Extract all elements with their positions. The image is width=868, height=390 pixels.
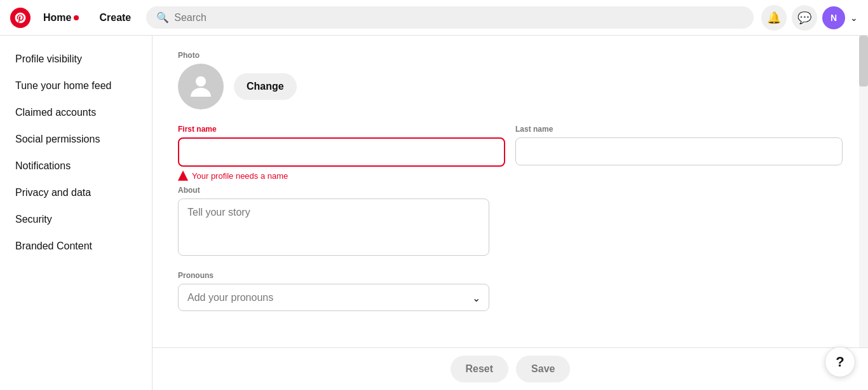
sidebar-item-notifications[interactable]: Notifications: [0, 153, 152, 179]
sidebar-item-security[interactable]: Security: [0, 206, 152, 233]
sidebar-item-privacy-and-data[interactable]: Privacy and data: [0, 179, 152, 206]
sidebar-item-claimed-accounts[interactable]: Claimed accounts: [0, 99, 152, 126]
nav-create[interactable]: Create: [92, 7, 139, 29]
scrollbar-thumb[interactable]: [859, 36, 868, 87]
error-triangle-icon: [178, 171, 188, 181]
first-name-input[interactable]: [178, 137, 505, 167]
photo-label: Photo: [178, 51, 843, 60]
reset-button[interactable]: Reset: [451, 356, 509, 382]
photo-row: Change: [178, 64, 843, 109]
main-layout: Profile visibility Tune your home feed C…: [0, 36, 868, 390]
user-avatar[interactable]: N: [822, 6, 845, 29]
bottom-action-bar: Reset Save: [153, 347, 868, 390]
home-label: Home: [43, 12, 71, 24]
top-navigation: Home Create 🔍 🔔 💬 N ⌄: [0, 0, 868, 36]
sidebar-item-profile-visibility[interactable]: Profile visibility: [0, 46, 152, 73]
nav-home[interactable]: Home: [38, 7, 84, 29]
about-section: About: [178, 186, 843, 258]
create-label: Create: [99, 12, 131, 23]
notifications-bell-icon[interactable]: 🔔: [761, 5, 787, 31]
help-button[interactable]: ?: [825, 347, 855, 377]
about-label: About: [178, 186, 843, 195]
change-photo-button[interactable]: Change: [234, 73, 297, 100]
nav-chevron-down-icon[interactable]: ⌄: [850, 13, 858, 23]
save-button[interactable]: Save: [516, 356, 570, 382]
sidebar: Profile visibility Tune your home feed C…: [0, 36, 153, 390]
about-textarea[interactable]: [178, 198, 489, 256]
search-bar[interactable]: 🔍: [146, 6, 754, 29]
profile-avatar: [178, 64, 224, 109]
home-notification-dot: [74, 15, 79, 20]
photo-section: Photo Change: [178, 51, 843, 109]
search-input[interactable]: [174, 12, 743, 24]
sidebar-item-branded-content[interactable]: Branded Content: [0, 233, 152, 260]
last-name-group: Last name: [515, 125, 843, 181]
messages-icon[interactable]: 💬: [792, 5, 817, 31]
search-icon: 🔍: [156, 11, 169, 24]
nav-icons: 🔔 💬 N ⌄: [761, 5, 858, 31]
last-name-label: Last name: [515, 125, 843, 134]
scrollbar-track[interactable]: [859, 36, 868, 390]
first-name-label: First name: [178, 125, 505, 134]
svg-point-0: [196, 76, 206, 87]
avatar-person-icon: [186, 71, 216, 102]
pinterest-logo[interactable]: [10, 8, 31, 28]
name-error-message: Your profile needs a name: [178, 171, 505, 181]
pronouns-section: Pronouns Add your pronouns he/him she/he…: [178, 271, 843, 311]
pronouns-select-wrap: Add your pronouns he/him she/her they/th…: [178, 284, 489, 311]
pronouns-label: Pronouns: [178, 271, 843, 280]
pronouns-select[interactable]: Add your pronouns he/him she/her they/th…: [178, 284, 489, 311]
last-name-input[interactable]: [515, 137, 843, 165]
sidebar-item-tune-home-feed[interactable]: Tune your home feed: [0, 73, 152, 99]
name-row: First name Your profile needs a name Las…: [178, 125, 843, 181]
first-name-group: First name Your profile needs a name: [178, 125, 505, 181]
main-content: Photo Change First name: [153, 36, 868, 390]
sidebar-item-social-permissions[interactable]: Social permissions: [0, 126, 152, 153]
